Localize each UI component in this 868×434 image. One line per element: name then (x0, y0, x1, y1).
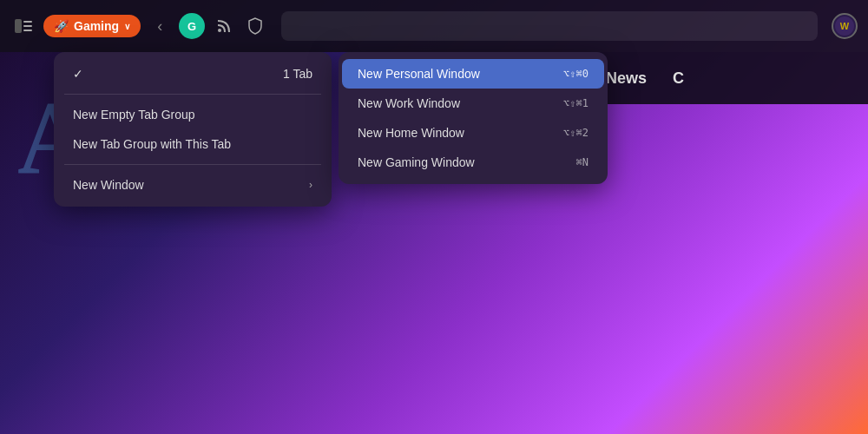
menu-divider-2 (64, 164, 321, 165)
menu-item-new-tab-group-with-this-tab[interactable]: New Tab Group with This Tab (57, 129, 328, 159)
more-label: C (673, 69, 684, 87)
tab-group-dropdown: ✓ 1 Tab New Empty Tab Group New Tab Grou… (54, 52, 332, 207)
menu-item-new-personal-window[interactable]: New Personal Window ⌥⇧⌘0 (342, 59, 604, 89)
grammarly-label: G (187, 20, 196, 33)
svg-rect-0 (15, 19, 22, 33)
menu-divider-1 (64, 94, 321, 95)
menu-item-new-home-window[interactable]: New Home Window ⌥⇧⌘2 (342, 118, 604, 148)
svg-rect-1 (23, 21, 32, 23)
site-nav-more[interactable]: C (673, 69, 684, 88)
menu-item-new-window[interactable]: New Window › (57, 170, 328, 200)
gaming-tab-group[interactable]: 🚀 Gaming ∨ (43, 15, 141, 37)
new-window-label: New Window (73, 178, 144, 192)
top-nav: 🚀 Gaming ∨ ‹ G W (0, 0, 868, 52)
new-tab-group-with-this-tab-label: New Tab Group with This Tab (73, 137, 231, 151)
new-home-window-label: New Home Window (358, 126, 464, 140)
new-empty-tab-group-label: New Empty Tab Group (73, 108, 195, 122)
grammarly-extension-button[interactable]: G (179, 13, 205, 39)
submenu-arrow-icon: › (309, 179, 312, 191)
new-gaming-window-label: New Gaming Window (358, 155, 475, 169)
new-gaming-window-shortcut: ⌘N (576, 156, 589, 168)
rocket-icon: 🚀 (54, 19, 69, 33)
wow-avatar[interactable]: W (832, 13, 858, 39)
address-bar[interactable] (281, 11, 818, 41)
check-mark-icon: ✓ (73, 67, 83, 81)
svg-text:W: W (840, 21, 850, 31)
rss-icon[interactable] (212, 14, 236, 38)
news-label: News (606, 69, 647, 87)
new-work-window-label: New Work Window (358, 96, 460, 110)
menu-item-new-empty-tab-group[interactable]: New Empty Tab Group (57, 100, 328, 129)
new-personal-window-label: New Personal Window (358, 67, 480, 81)
menu-item-new-gaming-window[interactable]: New Gaming Window ⌘N (342, 148, 604, 177)
svg-rect-2 (23, 25, 32, 27)
new-work-window-shortcut: ⌥⇧⌘1 (563, 97, 589, 109)
svg-rect-3 (23, 30, 32, 31)
one-tab-label: 1 Tab (283, 67, 312, 81)
site-nav-news[interactable]: News (606, 69, 647, 88)
menu-item-one-tab[interactable]: ✓ 1 Tab (57, 59, 328, 89)
svg-point-4 (218, 29, 221, 32)
new-window-submenu: New Personal Window ⌥⇧⌘0 New Work Window… (339, 52, 608, 184)
back-button[interactable]: ‹ (148, 14, 172, 38)
shield-icon[interactable] (243, 14, 267, 38)
menu-item-new-work-window[interactable]: New Work Window ⌥⇧⌘1 (342, 89, 604, 118)
gaming-tab-label: Gaming (74, 19, 119, 33)
chevron-down-icon: ∨ (124, 22, 130, 31)
new-personal-window-shortcut: ⌥⇧⌘0 (563, 68, 589, 80)
sidebar-toggle-button[interactable] (10, 13, 36, 39)
new-home-window-shortcut: ⌥⇧⌘2 (563, 127, 589, 139)
back-arrow-icon: ‹ (157, 17, 162, 36)
